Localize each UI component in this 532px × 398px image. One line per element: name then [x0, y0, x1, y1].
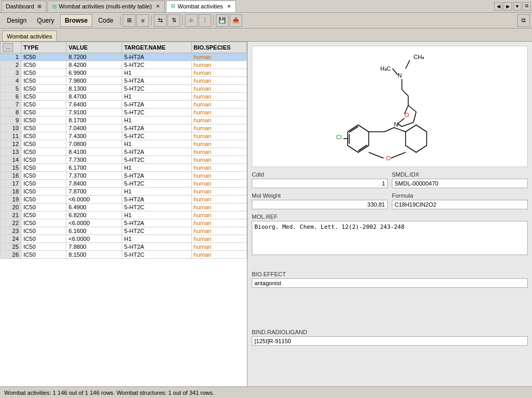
- row-number: 26: [1, 251, 22, 259]
- svg-line-14: [402, 122, 413, 127]
- table-row[interactable]: 2IC508.42005-HT2Chuman: [1, 61, 247, 69]
- row-species: human: [191, 156, 247, 164]
- svg-line-15: [398, 124, 402, 127]
- table-row[interactable]: 20IC506.49005-HT2Chuman: [1, 203, 247, 211]
- config-icon-btn[interactable]: ⋮: [199, 14, 211, 27]
- save-icon-btn[interactable]: 💾: [216, 14, 229, 27]
- table-row[interactable]: 21IC506.8200H1human: [1, 211, 247, 219]
- svg-text:O: O: [386, 155, 391, 161]
- molweight-input[interactable]: [252, 200, 388, 209]
- wombat-activities-close[interactable]: ✕: [227, 4, 231, 9]
- molref-label: MOL.REF: [252, 213, 528, 220]
- bioeffect-input[interactable]: [252, 278, 528, 288]
- table-row[interactable]: 24IC50<6.0000H1human: [1, 235, 247, 243]
- table-row[interactable]: 23IC506.16005-HT2Chuman: [1, 227, 247, 235]
- svg-text:N: N: [398, 72, 402, 79]
- molref-field: MOL.REF: [252, 213, 528, 267]
- detail-panel: CH₃ N H₃C O N: [248, 42, 532, 386]
- row-type: IC50: [21, 77, 66, 85]
- table-row[interactable]: 22IC50<6.00005-HT2Ahuman: [1, 219, 247, 227]
- col-header-value[interactable]: VALUE: [66, 42, 122, 53]
- tab-menu-btn[interactable]: ▼: [513, 2, 521, 11]
- row-type: IC50: [21, 227, 66, 235]
- filter-icon-btn[interactable]: ⇆: [154, 14, 166, 27]
- formula-label: Formula: [392, 192, 528, 199]
- row-value: 8.1700: [66, 117, 122, 124]
- table-row[interactable]: 13IC508.41005-HT2Ahuman: [1, 148, 247, 156]
- table-row[interactable]: 11IC507.43005-HT2Chuman: [1, 132, 247, 140]
- table-row[interactable]: 25IC507.88005-HT2Ahuman: [1, 243, 247, 251]
- star-icon-btn[interactable]: ☆: [185, 14, 198, 27]
- row-number: 3: [1, 69, 22, 77]
- smdl-label: SMDL.IDX: [392, 171, 528, 178]
- smdl-input[interactable]: [392, 179, 528, 188]
- table-row[interactable]: 16IC507.37005-HT2Ahuman: [1, 172, 247, 180]
- table-row[interactable]: 19IC50<6.00005-HT2Ahuman: [1, 196, 247, 203]
- wombat-activities-tab-label: Wombat activities: [178, 3, 223, 9]
- table-scroll-area[interactable]: … TYPE VALUE TARGET.NAME BIO.SPECIES 1IC…: [0, 42, 247, 386]
- row-species: human: [191, 85, 247, 93]
- row-type: IC50: [21, 148, 66, 156]
- row-value: 6.8200: [66, 211, 122, 219]
- row-number: 17: [1, 180, 22, 188]
- bind-input[interactable]: [252, 336, 528, 346]
- row-type: IC50: [21, 61, 66, 69]
- table-row[interactable]: 15IC506.1700H1human: [1, 164, 247, 172]
- table-row[interactable]: 12IC507.0800H1human: [1, 140, 247, 148]
- export-icon-btn[interactable]: 📤: [230, 14, 242, 27]
- col-header-type[interactable]: TYPE: [21, 42, 66, 53]
- row-target: 5-HT2A: [122, 148, 191, 156]
- query-btn[interactable]: Query: [32, 14, 59, 27]
- main-area: … TYPE VALUE TARGET.NAME BIO.SPECIES 1IC…: [0, 42, 532, 386]
- table-row[interactable]: 6IC508.4700H1human: [1, 93, 247, 101]
- table-row[interactable]: 14IC507.73005-HT2Chuman: [1, 156, 247, 164]
- row-type: IC50: [21, 235, 66, 243]
- tab-restore-btn[interactable]: ⧉: [523, 2, 531, 11]
- table-row[interactable]: 7IC507.64005-HT2Ahuman: [1, 101, 247, 109]
- svg-text:Cl: Cl: [336, 134, 341, 140]
- table-row[interactable]: 1IC508.72005-HT2Ahuman: [1, 53, 247, 61]
- bind-field: BIND.RADIOLIGAND: [252, 329, 528, 382]
- table-row[interactable]: 4IC507.98005-HT2Ahuman: [1, 77, 247, 85]
- table-row[interactable]: 3IC506.9900H1human: [1, 69, 247, 77]
- table-row[interactable]: 5IC508.13005-HT2Chuman: [1, 85, 247, 93]
- table-row[interactable]: 26IC508.15005-HT2Chuman: [1, 251, 247, 259]
- row-value: 7.3700: [66, 172, 122, 180]
- molref-textarea[interactable]: [252, 221, 528, 255]
- col-options-btn[interactable]: …: [3, 43, 13, 52]
- tab-prev-btn[interactable]: ◀: [494, 2, 503, 11]
- code-btn[interactable]: Code: [93, 14, 118, 27]
- table-row[interactable]: 9IC508.1700H1human: [1, 117, 247, 124]
- cdid-input[interactable]: [252, 179, 388, 188]
- list-icon-btn[interactable]: ≡: [136, 14, 149, 27]
- row-number: 12: [1, 140, 22, 148]
- col-header-target[interactable]: TARGET.NAME: [122, 42, 191, 53]
- design-btn[interactable]: Design: [2, 14, 31, 27]
- inner-tab-wombat[interactable]: Wombat activities: [2, 31, 57, 41]
- table-row[interactable]: 17IC507.84005-HT2Chuman: [1, 180, 247, 188]
- row-value: <6.0000: [66, 196, 122, 203]
- svg-text:H₃C: H₃C: [380, 65, 391, 72]
- formula-input[interactable]: [392, 200, 528, 209]
- row-target: H1: [122, 211, 191, 219]
- row-target: H1: [122, 69, 191, 77]
- row-target: 5-HT2C: [122, 132, 191, 140]
- row-value: 7.9100: [66, 109, 122, 117]
- wombat-multi-close[interactable]: ✕: [156, 4, 160, 9]
- grid-icon-btn[interactable]: ⊞: [123, 14, 135, 27]
- sort-icon-btn[interactable]: ⇅: [168, 14, 180, 27]
- table-row[interactable]: 8IC507.91005-HT2Chuman: [1, 109, 247, 117]
- browse-btn[interactable]: Browse: [60, 14, 92, 27]
- svg-line-3: [392, 69, 398, 75]
- tab-wombat-multi[interactable]: ⊞ Wombat activities (multi-entity table)…: [47, 1, 165, 12]
- svg-line-28: [394, 128, 406, 132]
- tab-next-btn[interactable]: ▶: [504, 2, 512, 11]
- detach-icon-btn[interactable]: ⧉: [517, 14, 530, 27]
- tab-dashboard[interactable]: Dashboard ⊞: [1, 1, 46, 12]
- table-row[interactable]: 10IC507.04005-HT2Ahuman: [1, 124, 247, 132]
- row-species: human: [191, 61, 247, 69]
- tab-wombat-activities[interactable]: ⊞ Wombat activities ✕: [166, 1, 236, 12]
- col-header-bio[interactable]: BIO.SPECIES: [191, 42, 247, 53]
- table-row[interactable]: 18IC507.8700H1human: [1, 188, 247, 196]
- row-number: 23: [1, 227, 22, 235]
